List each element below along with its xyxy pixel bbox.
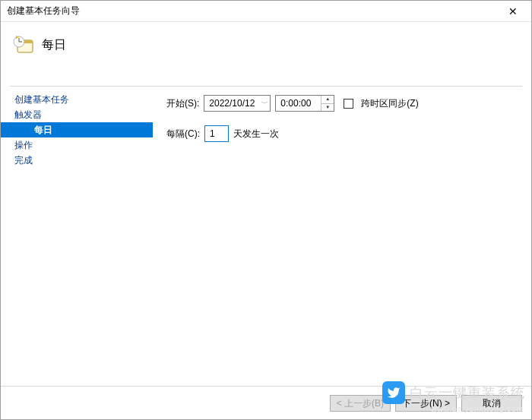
main-panel: 开始(S): 2022/10/12 ﹀ 0:00:00 ▲ ▼ 跨时区同步(Z) <box>153 87 531 383</box>
sync-timezone-checkbox[interactable] <box>344 99 353 109</box>
chevron-down-icon: ﹀ <box>261 99 268 109</box>
next-button[interactable]: 下一步(N) > <box>395 395 457 412</box>
header: 每日 <box>1 22 531 75</box>
sidebar-item-action[interactable]: 操作 <box>1 137 153 153</box>
footer: < 上一步(B) 下一步(N) > 取消 <box>1 386 531 419</box>
start-time-value: 0:00:00 <box>280 98 311 109</box>
interval-input[interactable]: 1 <box>204 125 229 142</box>
content-area: 创建基本任务 触发器 每日 操作 完成 开始(S): 2022/10/12 ﹀ … <box>1 87 531 383</box>
close-button[interactable]: ✕ <box>498 2 528 21</box>
header-divider <box>10 86 522 87</box>
interval-row: 每隔(C): 1 天发生一次 <box>166 125 518 142</box>
sync-timezone-label: 跨时区同步(Z) <box>361 97 418 110</box>
wizard-window: 创建基本任务向导 ✕ 每日 创建基本任务 触发器 每日 操作 完成 <box>0 0 532 420</box>
task-scheduler-icon <box>13 34 34 55</box>
start-label: 开始(S): <box>166 97 199 110</box>
sidebar-item-daily[interactable]: 每日 <box>1 122 153 137</box>
wizard-steps-sidebar: 创建基本任务 触发器 每日 操作 完成 <box>1 87 153 383</box>
start-date-input[interactable]: 2022/10/12 ﹀ <box>204 95 271 112</box>
sidebar-item-trigger[interactable]: 触发器 <box>1 107 153 122</box>
start-row: 开始(S): 2022/10/12 ﹀ 0:00:00 ▲ ▼ 跨时区同步(Z) <box>166 95 518 112</box>
page-title: 每日 <box>42 37 66 53</box>
interval-suffix: 天发生一次 <box>233 128 279 141</box>
spinner-down-icon[interactable]: ▼ <box>321 104 334 112</box>
back-button[interactable]: < 上一步(B) <box>330 395 391 412</box>
titlebar: 创建基本任务向导 ✕ <box>1 1 531 22</box>
start-date-value: 2022/10/12 <box>209 98 255 109</box>
spinner-up-icon[interactable]: ▲ <box>321 96 334 104</box>
sidebar-item-finish[interactable]: 完成 <box>1 153 153 168</box>
start-time-input[interactable]: 0:00:00 ▲ ▼ <box>275 95 334 112</box>
window-title: 创建基本任务向导 <box>7 5 80 17</box>
sidebar-item-create-basic-task[interactable]: 创建基本任务 <box>1 92 153 107</box>
cancel-button[interactable]: 取消 <box>461 395 522 412</box>
time-spinner[interactable]: ▲ ▼ <box>321 96 334 111</box>
interval-label: 每隔(C): <box>166 128 200 141</box>
close-icon: ✕ <box>508 5 518 17</box>
